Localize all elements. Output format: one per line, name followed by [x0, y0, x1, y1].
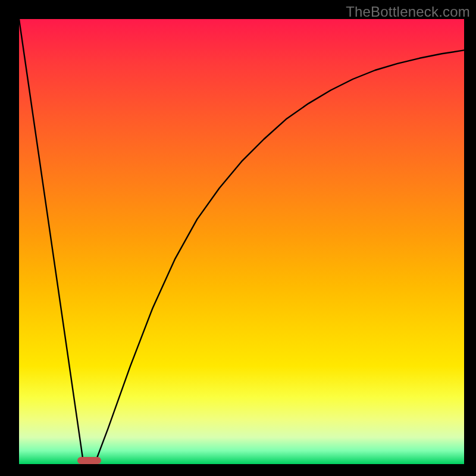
plot-area	[19, 19, 464, 464]
watermark-text: TheBottleneck.com	[346, 4, 470, 20]
optimal-marker	[77, 457, 101, 464]
chart-frame: TheBottleneck.com	[0, 0, 476, 476]
